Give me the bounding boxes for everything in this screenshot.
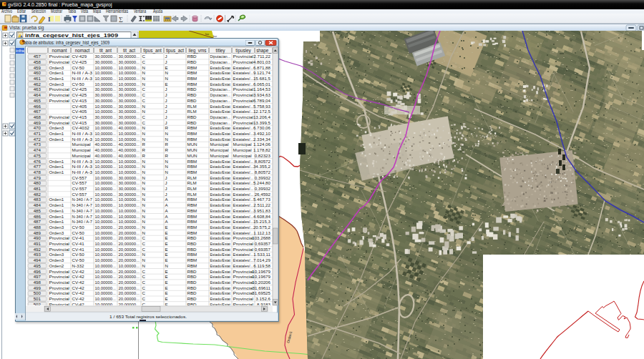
svg-text:10,00000...: 10,00000... bbox=[95, 186, 117, 191]
svg-text:tipusley: tipusley bbox=[235, 48, 251, 54]
svg-text:489: 489 bbox=[34, 230, 42, 235]
svg-text:5.244,80: 5.244,80 bbox=[253, 180, 271, 185]
svg-text:C: C bbox=[142, 269, 146, 274]
svg-text:N: N bbox=[142, 104, 145, 109]
svg-text:10,00000...: 10,00000... bbox=[95, 70, 117, 75]
svg-text:Estado/Estat: Estado/Estat bbox=[210, 230, 231, 235]
svg-text:10,00000...: 10,00000... bbox=[95, 263, 117, 268]
svg-text:RBM: RBM bbox=[187, 65, 197, 70]
svg-text:Estatales/...: Estatales/... bbox=[233, 169, 254, 174]
svg-text:R: R bbox=[142, 142, 146, 147]
svg-text:CV-4032: CV-4032 bbox=[72, 125, 90, 130]
svg-text:1.112,13: 1.112,13 bbox=[253, 230, 270, 235]
svg-text:Estado/Estat: Estado/Estat bbox=[210, 104, 231, 109]
svg-text:8,80572: 8,80572 bbox=[255, 169, 271, 174]
svg-text:30,00000...: 30,00000... bbox=[95, 114, 117, 119]
svg-text:10,00000...: 10,00000... bbox=[119, 197, 140, 202]
svg-text:N-III / A-3: N-III / A-3 bbox=[72, 137, 93, 142]
svg-text:Estado/Estat: Estado/Estat bbox=[210, 252, 231, 257]
svg-text:N: N bbox=[165, 263, 168, 268]
svg-text:Municipal: Municipal bbox=[72, 147, 91, 152]
svg-text:20,00000...: 20,00000... bbox=[119, 252, 140, 257]
svg-text:40,00000...: 40,00000... bbox=[119, 142, 140, 147]
svg-text:N: N bbox=[142, 252, 145, 257]
svg-text:Orden3: Orden3 bbox=[49, 225, 64, 230]
svg-text:Orden3: Orden3 bbox=[49, 230, 64, 235]
svg-text:30,00000...: 30,00000... bbox=[119, 104, 140, 109]
svg-text:Provincial: Provincial bbox=[233, 241, 254, 246]
svg-text:30,00000...: 30,00000... bbox=[119, 186, 140, 191]
svg-text:E: E bbox=[165, 285, 168, 290]
svg-text:Diputacian...: Diputacian... bbox=[210, 120, 231, 125]
svg-text:Estado/Estat: Estado/Estat bbox=[210, 164, 231, 169]
svg-text:10,00000...: 10,00000... bbox=[95, 241, 117, 246]
svg-text:RBM: RBM bbox=[187, 202, 197, 207]
svg-text:Estatales/...: Estatales/... bbox=[233, 252, 254, 257]
svg-text:CV-405: CV-405 bbox=[72, 109, 87, 114]
svg-text:RBM: RBM bbox=[187, 131, 197, 136]
svg-text:E: E bbox=[165, 65, 168, 70]
svg-text:10,00000...: 10,00000... bbox=[119, 214, 140, 219]
svg-text:N: N bbox=[142, 208, 145, 213]
svg-text:Estado/Estat: Estado/Estat bbox=[210, 263, 231, 268]
svg-text:10,00000...: 10,00000... bbox=[95, 296, 117, 301]
svg-text:N-III / A-3: N-III / A-3 bbox=[72, 76, 93, 81]
svg-text:RBD: RBD bbox=[187, 274, 197, 279]
svg-text:C: C bbox=[142, 235, 146, 240]
svg-text:R: R bbox=[142, 153, 146, 158]
svg-text:0,82323: 0,82323 bbox=[255, 153, 271, 158]
svg-text:10,00000...: 10,00000... bbox=[95, 214, 117, 219]
svg-text:Provincial: Provincial bbox=[49, 235, 70, 240]
svg-text:Municipal: Municipal bbox=[72, 153, 91, 158]
svg-text:Orden1: Orden1 bbox=[49, 70, 64, 75]
svg-text:Estatales/...: Estatales/... bbox=[233, 137, 254, 142]
svg-text:MUN: MUN bbox=[187, 147, 197, 152]
svg-text:RLM: RLM bbox=[187, 186, 197, 191]
svg-text:10,00000...: 10,00000... bbox=[95, 252, 117, 257]
svg-text:Estatales/...: Estatales/... bbox=[233, 202, 254, 207]
svg-text:Estado/Estat: Estado/Estat bbox=[210, 137, 231, 142]
svg-text:Estatales/...: Estatales/... bbox=[233, 263, 254, 268]
svg-text:RLM: RLM bbox=[187, 192, 197, 197]
svg-text:30,00000...: 30,00000... bbox=[119, 109, 140, 114]
svg-text:N-340 / A-7: N-340 / A-7 bbox=[72, 197, 93, 202]
svg-text:Provincial: Provincial bbox=[49, 247, 70, 252]
svg-text:40,00000...: 40,00000... bbox=[119, 147, 140, 152]
svg-text:10,00000...: 10,00000... bbox=[95, 274, 117, 279]
svg-text:459: 459 bbox=[34, 65, 42, 70]
svg-text:Orden3: Orden3 bbox=[49, 252, 64, 257]
svg-text:C: C bbox=[142, 114, 146, 119]
svg-text:Provincial: Provincial bbox=[233, 114, 254, 119]
svg-text:Diputacian...: Diputacian... bbox=[210, 54, 231, 59]
svg-text:485: 485 bbox=[34, 208, 42, 213]
svg-text:CV-42: CV-42 bbox=[72, 285, 85, 290]
svg-text:12.172,5: 12.172,5 bbox=[253, 109, 271, 114]
svg-text:Municipal: Municipal bbox=[233, 153, 252, 158]
svg-text:1.124,06: 1.124,06 bbox=[253, 142, 271, 147]
svg-text:CV-42: CV-42 bbox=[72, 280, 85, 285]
svg-text:E: E bbox=[165, 82, 168, 87]
svg-text:473: 473 bbox=[34, 142, 42, 147]
svg-text:Estatales/...: Estatales/... bbox=[233, 109, 254, 114]
svg-text:10,00000...: 10,00000... bbox=[119, 164, 140, 169]
svg-text:Orden1: Orden1 bbox=[49, 164, 64, 169]
svg-text:J: J bbox=[165, 180, 167, 185]
svg-text:N-III / A-3: N-III / A-3 bbox=[72, 70, 93, 75]
svg-text:10,00000...: 10,00000... bbox=[119, 202, 140, 207]
svg-text:J: J bbox=[165, 109, 167, 114]
svg-text:RBD: RBD bbox=[187, 296, 197, 301]
svg-text:E: E bbox=[165, 274, 168, 279]
svg-text:460: 460 bbox=[34, 70, 42, 75]
svg-text:30,00000...: 30,00000... bbox=[119, 175, 140, 180]
svg-text:40,00000...: 40,00000... bbox=[119, 153, 140, 158]
svg-text:A: A bbox=[165, 208, 169, 213]
svg-text:10,00000...: 10,00000... bbox=[95, 285, 117, 290]
svg-text:C: C bbox=[142, 120, 146, 125]
svg-text:Diputacian...: Diputacian... bbox=[210, 59, 231, 64]
svg-text:Diputacian...: Diputacian... bbox=[210, 87, 231, 92]
svg-text:CV-429: CV-429 bbox=[72, 54, 87, 59]
svg-text:481: 481 bbox=[34, 186, 42, 191]
svg-text:Provincial: Provincial bbox=[233, 290, 254, 295]
svg-text:Provincial: Provincial bbox=[49, 274, 70, 279]
svg-text:C: C bbox=[142, 241, 146, 246]
